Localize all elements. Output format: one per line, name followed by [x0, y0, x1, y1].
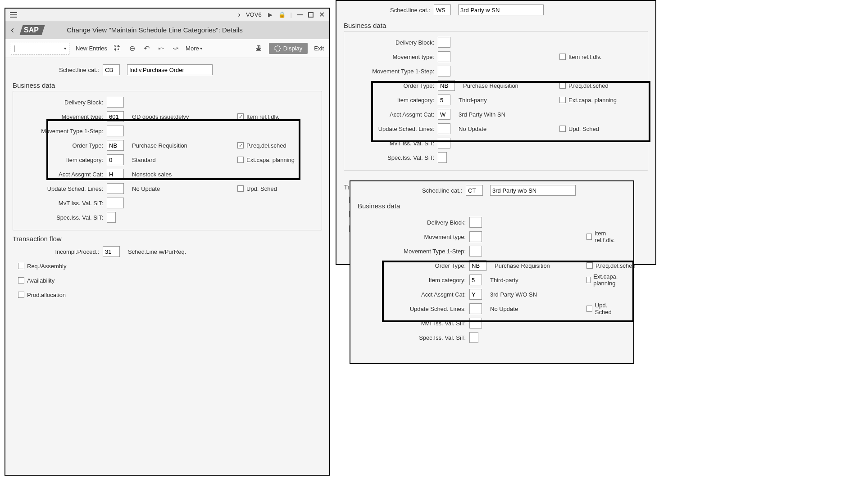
chevron-right-icon[interactable]: ›: [238, 11, 241, 19]
movement-type-input[interactable]: [438, 51, 450, 62]
gear-icon: [274, 45, 281, 52]
command-input[interactable]: [14, 45, 14, 52]
sched-line-cat-input[interactable]: [103, 64, 120, 75]
business-data-panel: Delivery Block: Movement type: GD goods …: [13, 91, 322, 230]
section-business-data: Business data: [13, 81, 322, 89]
sched-line-cat-input[interactable]: [434, 4, 451, 15]
ck-preq[interactable]: ✓P.req.del.sched: [237, 142, 286, 149]
print-icon[interactable]: 🖶: [254, 45, 263, 53]
titlebar: › VOV6 ▶ 🔒 | ✕: [5, 9, 329, 21]
item-category-input[interactable]: [107, 154, 124, 165]
acct-assgmt-desc: Nonstock sales: [132, 171, 172, 178]
ck-preq[interactable]: P.req.del.sched: [586, 262, 636, 269]
ck-req-assembly[interactable]: Req./Assembly: [18, 263, 66, 270]
mvt-iss-input[interactable]: [469, 318, 482, 328]
ck-updsched[interactable]: Upd. Sched: [559, 126, 599, 132]
incompl-proced-input[interactable]: [103, 246, 120, 257]
movement-type-1step-input[interactable]: [107, 126, 124, 136]
next-icon[interactable]: ⤻: [171, 45, 179, 53]
label-acct-assgmt: Acct Assgmt Cat:: [17, 171, 107, 178]
update-sched-input[interactable]: [469, 303, 482, 314]
delete-icon[interactable]: ⊖: [128, 45, 136, 53]
play-icon[interactable]: ▶: [267, 12, 273, 18]
label-order-type: Order Type:: [17, 142, 107, 149]
label-movement-type-1step: Movement Type 1-Step:: [361, 248, 469, 255]
label-delivery-block: Delivery Block:: [17, 99, 107, 106]
label-acct-assgmt: Acct Assgmt Cat:: [348, 111, 438, 118]
acct-assgmt-input[interactable]: [469, 289, 482, 300]
sched-line-cat-desc-input[interactable]: [458, 4, 544, 15]
update-sched-desc: No Update: [459, 126, 486, 132]
ck-extcapa[interactable]: Ext.capa. planning: [559, 97, 617, 104]
spec-iss-input[interactable]: [107, 212, 116, 223]
incompl-proced-desc: Sched.Line w/PurReq.: [128, 248, 186, 255]
label-sched-line-cat: Sched.line cat.:: [344, 7, 434, 14]
update-sched-input[interactable]: [107, 183, 124, 194]
label-update-sched: Update Sched. Lines:: [361, 306, 469, 312]
section-transaction-flow: Transaction flow: [13, 235, 322, 243]
label-spec-iss: Spec.Iss. Val. SiT:: [361, 334, 469, 341]
hamburger-icon[interactable]: [10, 12, 17, 18]
divider: |: [291, 11, 292, 18]
mvt-iss-input[interactable]: [438, 138, 450, 148]
delivery-block-input[interactable]: [107, 97, 124, 108]
item-category-input[interactable]: [469, 274, 482, 285]
copy-icon[interactable]: ⿻: [114, 45, 122, 53]
order-type-input[interactable]: [107, 140, 124, 151]
order-type-input[interactable]: [469, 260, 486, 271]
ck-item-rel[interactable]: Item rel.f.dlv.: [586, 230, 623, 243]
ck-preq[interactable]: P.req.del.sched: [559, 82, 609, 89]
movement-type-desc: GD goods issue:delvy: [132, 113, 189, 120]
sched-line-cat-desc-input[interactable]: [490, 185, 576, 196]
ck-updsched[interactable]: Upd. Sched: [237, 185, 277, 192]
delivery-block-input[interactable]: [469, 217, 482, 228]
movement-type-1step-input[interactable]: [438, 66, 450, 76]
mvt-iss-input[interactable]: [107, 198, 124, 208]
close-icon[interactable]: ✕: [319, 10, 325, 19]
label-order-type: Order Type:: [348, 82, 438, 89]
acct-assgmt-desc: 3rd Party With SN: [459, 111, 505, 118]
label-spec-iss: Spec.Iss. Val. SiT:: [17, 214, 107, 221]
label-sched-line-cat: Sched.line cat.:: [358, 187, 466, 194]
order-type-input[interactable]: [438, 80, 455, 91]
spec-iss-input[interactable]: [469, 332, 478, 343]
back-icon[interactable]: ‹: [11, 24, 14, 36]
section-business-data: Business data: [358, 202, 626, 210]
update-sched-desc: No Update: [132, 185, 160, 192]
label-spec-iss: Spec.Iss. Val. SiT:: [348, 154, 438, 161]
maximize-icon[interactable]: [308, 12, 314, 18]
exit-button[interactable]: Exit: [314, 45, 324, 52]
ck-extcapa[interactable]: Ext.capa. planning: [586, 273, 623, 287]
acct-assgmt-input[interactable]: [107, 169, 124, 180]
minimize-icon[interactable]: [297, 14, 303, 15]
movement-type-1step-input[interactable]: [469, 246, 482, 256]
movement-type-input[interactable]: [469, 231, 482, 242]
label-movement-type: Movement type:: [361, 234, 469, 240]
command-combo[interactable]: ▾: [11, 43, 69, 54]
label-mvt-iss: MvT Iss. Val. SiT:: [361, 320, 469, 327]
prev-icon[interactable]: ⤺: [157, 45, 165, 53]
label-delivery-block: Delivery Block:: [348, 39, 438, 46]
label-incompl-proced: Incompl.Proced.:: [13, 248, 103, 255]
ck-updsched[interactable]: Upd. Sched: [586, 302, 623, 315]
new-entries-button[interactable]: New Entries: [76, 45, 107, 52]
movement-type-input[interactable]: [107, 111, 124, 122]
acct-assgmt-input[interactable]: [438, 109, 450, 120]
more-dropdown[interactable]: More▾: [186, 45, 202, 52]
ck-extcapa[interactable]: Ext.capa. planning: [237, 157, 295, 163]
sched-line-cat-input[interactable]: [466, 185, 483, 196]
label-movement-type: Movement type:: [348, 54, 438, 60]
ck-item-rel[interactable]: ✓Item rel.f.dlv.: [237, 113, 279, 120]
section-business-data: Business data: [344, 22, 648, 29]
lock-icon[interactable]: 🔒: [279, 12, 285, 18]
undo-icon[interactable]: ↶: [142, 45, 150, 53]
ck-prod-alloc[interactable]: Prod.allocation: [18, 292, 66, 298]
ck-availability[interactable]: Availability: [18, 277, 55, 284]
spec-iss-input[interactable]: [438, 152, 447, 163]
display-button[interactable]: Display: [269, 43, 308, 54]
sched-line-cat-desc-input[interactable]: [127, 64, 213, 75]
item-category-input[interactable]: [438, 94, 450, 105]
update-sched-input[interactable]: [438, 123, 450, 134]
ck-item-rel[interactable]: Item rel.f.dlv.: [559, 54, 601, 60]
delivery-block-input[interactable]: [438, 37, 450, 48]
